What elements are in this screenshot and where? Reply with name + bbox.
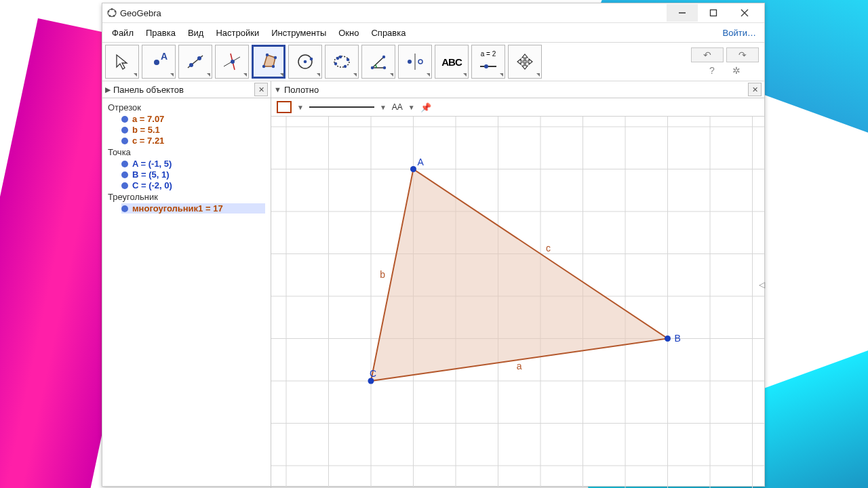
graphics-collapse-icon[interactable]: ▼: [274, 85, 281, 94]
text-size-sample[interactable]: AA: [392, 102, 403, 112]
svg-point-77: [665, 336, 671, 342]
pin-icon[interactable]: 📌: [420, 102, 431, 113]
signin-link[interactable]: Войти…: [719, 26, 760, 40]
line-dd-icon[interactable]: ▼: [380, 104, 387, 111]
svg-point-37: [418, 60, 422, 64]
svg-text:C: C: [370, 368, 376, 379]
algebra-close-icon[interactable]: ✕: [254, 83, 268, 96]
graphics-close-icon[interactable]: ✕: [748, 83, 762, 96]
tree-cat-tri[interactable]: Треугольник: [108, 192, 265, 202]
svg-point-27: [334, 62, 337, 65]
svg-point-19: [262, 65, 265, 68]
point-tool[interactable]: A: [142, 45, 176, 79]
svg-text:B: B: [675, 333, 681, 344]
svg-point-13: [189, 63, 193, 67]
text-tool[interactable]: ABC: [435, 45, 469, 79]
algebra-panel-title: Панель объектов: [113, 85, 184, 95]
menu-help[interactable]: Справка: [366, 26, 411, 40]
svg-point-36: [408, 60, 412, 64]
svg-text:A: A: [161, 52, 167, 62]
style-bar: ▼ ▼ AA▼ 📌: [271, 98, 764, 117]
svg-point-1: [108, 11, 110, 13]
svg-point-3: [115, 11, 117, 13]
menu-edit[interactable]: Правка: [140, 26, 181, 40]
side-handle-icon[interactable]: ◁: [759, 280, 765, 289]
pan-tool[interactable]: [508, 45, 542, 79]
app-window: GeoGebra Файл Правка Вид Настройки Инстр…: [102, 3, 765, 487]
toolbar: A ABC a = 2 ↶ ↷ ? ✲: [102, 42, 764, 81]
svg-point-32: [371, 66, 374, 69]
tree-cat-segment[interactable]: Отрезок: [108, 102, 265, 113]
color-swatch[interactable]: [277, 101, 292, 113]
titlebar: GeoGebra: [102, 3, 764, 23]
svg-point-28: [339, 56, 342, 58]
maximize-button[interactable]: [698, 4, 729, 22]
redo-button[interactable]: ↷: [726, 47, 759, 62]
svg-marker-71: [371, 169, 668, 382]
color-dd-icon[interactable]: ▼: [297, 104, 304, 111]
graphics-canvas[interactable]: abcABC: [271, 117, 764, 488]
tree-item-B[interactable]: B = (5, 1): [121, 169, 265, 180]
tree-item-a[interactable]: a = 7.07: [121, 114, 265, 124]
svg-point-20: [272, 65, 275, 68]
svg-point-31: [336, 57, 339, 60]
object-tree: Отрезок a = 7.07 b = 5.1 c = 7.21 Точка …: [102, 98, 271, 217]
svg-point-4: [113, 15, 115, 17]
circle-tool[interactable]: [288, 45, 322, 79]
svg-point-34: [383, 66, 386, 69]
svg-point-25: [310, 58, 313, 61]
menu-view[interactable]: Вид: [182, 26, 210, 40]
window-controls: [667, 4, 760, 22]
tree-item-A[interactable]: A = (-1, 5): [121, 159, 265, 169]
svg-rect-7: [711, 10, 717, 16]
slider-tool[interactable]: a = 2: [471, 45, 505, 79]
gear-icon[interactable]: ✲: [732, 65, 741, 76]
polygon-tool[interactable]: [252, 45, 285, 79]
tree-item-C[interactable]: C = (-2, 0): [121, 180, 265, 190]
line-style-sample[interactable]: [309, 106, 374, 108]
svg-text:A: A: [418, 157, 425, 167]
text-tool-label: ABC: [441, 56, 462, 68]
svg-point-14: [197, 56, 201, 60]
tree-item-poly[interactable]: многоугольник1 = 17: [121, 203, 265, 214]
svg-point-24: [304, 60, 307, 64]
svg-point-21: [274, 56, 277, 59]
algebra-panel-header[interactable]: ▶ Панель объектов ✕: [102, 81, 271, 98]
svg-point-75: [410, 166, 416, 172]
svg-point-33: [382, 56, 385, 58]
help-icon[interactable]: ?: [709, 65, 715, 76]
angle-tool[interactable]: [361, 45, 395, 79]
undo-button[interactable]: ↶: [691, 47, 724, 62]
tree-cat-point[interactable]: Точка: [108, 147, 265, 157]
svg-point-29: [347, 58, 349, 61]
svg-point-5: [109, 15, 111, 17]
svg-point-22: [266, 54, 269, 56]
menu-tools[interactable]: Инструменты: [266, 26, 332, 40]
slider-tool-label: a = 2: [481, 50, 496, 58]
svg-text:b: b: [380, 269, 385, 280]
panel-collapse-icon[interactable]: ▶: [105, 85, 111, 94]
move-tool[interactable]: [105, 45, 139, 79]
text-dd-icon[interactable]: ▼: [408, 104, 415, 111]
perpendicular-tool[interactable]: [215, 45, 249, 79]
tree-item-c[interactable]: c = 7.21: [121, 136, 265, 146]
close-button[interactable]: [729, 4, 760, 22]
algebra-panel: ▶ Панель объектов ✕ Отрезок a = 7.07 b =…: [102, 81, 271, 488]
conic-tool[interactable]: [325, 45, 359, 79]
graphics-panel-title: Полотно: [284, 85, 319, 95]
tree-item-b[interactable]: b = 5.1: [121, 125, 265, 135]
svg-point-30: [344, 65, 347, 68]
toolbar-right: ↶ ↷ ? ✲: [691, 47, 764, 76]
menu-file[interactable]: Файл: [106, 26, 139, 40]
menu-settings[interactable]: Настройки: [210, 26, 264, 40]
graphics-panel-header[interactable]: ▼ Полотно ✕: [271, 81, 764, 98]
svg-marker-18: [264, 55, 275, 66]
menu-window[interactable]: Окно: [333, 26, 364, 40]
svg-point-10: [154, 60, 159, 65]
svg-point-17: [231, 60, 235, 64]
svg-point-39: [484, 64, 488, 68]
svg-point-2: [111, 8, 113, 10]
minimize-button[interactable]: [667, 4, 698, 22]
line-tool[interactable]: [178, 45, 212, 79]
reflect-tool[interactable]: [398, 45, 432, 79]
